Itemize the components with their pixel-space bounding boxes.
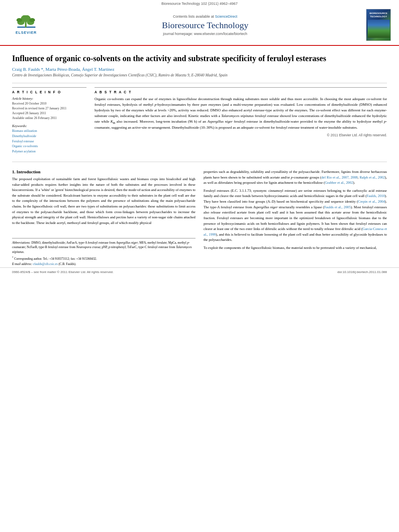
body-text-area: 1. Introduction The proposed exploitatio… [12,166,387,267]
cover-art [368,20,390,38]
journal-homepage: journal homepage: www.elsevier.com/locat… [44,32,366,36]
article-affiliation: Centro de Investigaciones Biológicas, Co… [12,73,387,77]
history-label: Article history: [12,97,86,101]
ref-faulds-2005[interactable]: Faulds et al., 2005 [324,205,351,209]
doi-line: doi:10.1016/j.biortech.2011.01.088 [337,270,387,274]
footnotes-section: Abbreviations: DMSO, dimethylsulfoxide; … [12,238,195,267]
article-authors: Craig B. Faulds *, Marta Pérez-Boada, Án… [12,67,387,72]
issn-line: 0960-8524/$ – see front matter © 2011 El… [12,270,113,274]
body-para-1: The proposed exploitation of sustainable… [12,177,195,226]
bottom-bar: 0960-8524/$ – see front matter © 2011 El… [0,267,399,276]
ref-grabber-2002[interactable]: Grabber et al., 2002 [325,181,353,185]
ref-faulds-2010[interactable]: Faulds, 2010 [366,194,385,198]
journal-citation: Bioresource Technology 102 (2011) 4962–4… [161,2,237,6]
ref-delrio-2007[interactable]: del Rio et al., 2007, 2008 [321,175,358,179]
available-date: Available online 26 February 2011 [12,116,86,121]
article-title-section: Influence of organic co-solvents on the … [12,46,387,83]
article-info-abstract: A R T I C L E I N F O Article history: R… [12,87,387,158]
ref-ralph-2002[interactable]: Ralph et al., 2002 [360,175,385,179]
article-info-heading: A R T I C L E I N F O [12,90,86,94]
keyword-5: Polymer acylation [12,149,86,154]
abstract-heading: A B S T R A C T [95,90,387,94]
keywords-section: Keywords: Biomass utilization Dimethylsu… [12,124,86,154]
abbreviations-line: Abbreviations: DMSO, dimethylsulfoxide; … [12,240,195,255]
keyword-2: Dimethylsulfoxide [12,134,86,139]
keywords-list: Biomass utilization Dimethylsulfoxide Fe… [12,129,86,154]
revised-date: Received in revised form 27 January 2011 [12,106,86,111]
elsevier-logo: ELSEVIER [8,14,44,36]
elsevier-label: ELSEVIER [16,31,37,35]
body-para-3: Feruloyl esterases (E.C. 3.1.1.73; synon… [204,188,387,243]
keyword-1: Biomass utilization [12,129,86,134]
article-info-column: A R T I C L E I N F O Article history: R… [12,87,86,158]
email-line: E-mail address: cfaulds@cib.csic.es (C.B… [12,262,195,267]
abstract-column: A B S T R A C T Organic co-solvents can … [95,87,387,158]
body-para-4: To exploit the components of the lignoce… [204,245,387,251]
copyright-line: © 2011 Elsevier Ltd. All rights reserved… [95,133,387,137]
ref-crepin-2004[interactable]: Crepin et al., 2004 [358,199,385,203]
abstract-section: A B S T R A C T Organic co-solvents can … [95,87,387,137]
svg-point-6 [29,18,35,22]
article-content: Influence of organic co-solvents on the … [0,46,399,267]
keyword-3: Feruloyl esterase [12,139,86,144]
abbrev-label: Abbreviations: [12,241,31,244]
section-divider [12,162,387,162]
journal-banner: ELSEVIER Contents lists available at Sci… [0,6,399,43]
article-title: Influence of organic co-solvents on the … [12,53,387,64]
elsevier-tree-icon [15,15,37,31]
keywords-label: Keywords: [12,124,86,128]
section1-title: 1. Introduction [12,169,195,174]
corresponding-author-line: * Corresponding author. Tel.: +34 918373… [12,255,195,261]
sciencedirect-link[interactable]: ScienceDirect [215,14,238,18]
svg-point-5 [16,18,22,22]
contents-line: Contents lists available at ScienceDirec… [44,14,366,18]
body-para-2: properties such as degradability, solubi… [204,169,387,186]
abstract-text: Organic co-solvents can expand the use o… [95,97,387,131]
article-info-box: A R T I C L E I N F O Article history: R… [12,87,86,154]
journal-center: Contents lists available at ScienceDirec… [44,14,366,36]
received-date: Received 20 October 2010 [12,101,86,106]
journal-citation-bar: Bioresource Technology 102 (2011) 4962–4… [0,0,399,6]
article-history: Article history: Received 20 October 201… [12,97,86,121]
keyword-4: Organic co-solvents [12,144,86,149]
journal-cover-image: BIORESOURCETECHNOLOGY [366,9,391,41]
journal-header: Bioresource Technology 102 (2011) 4962–4… [0,0,399,46]
email-link[interactable]: cfaulds@cib.csic.es [33,262,58,266]
body-col-right: properties such as degradability, solubi… [204,169,387,267]
journal-title: Bioresource Technology [44,20,366,31]
accepted-date: Accepted 28 January 2011 [12,111,86,116]
body-col-left: 1. Introduction The proposed exploitatio… [12,169,195,267]
ref-garcia-1999[interactable]: Garcia-Conesa et al., 1999 [204,227,387,236]
